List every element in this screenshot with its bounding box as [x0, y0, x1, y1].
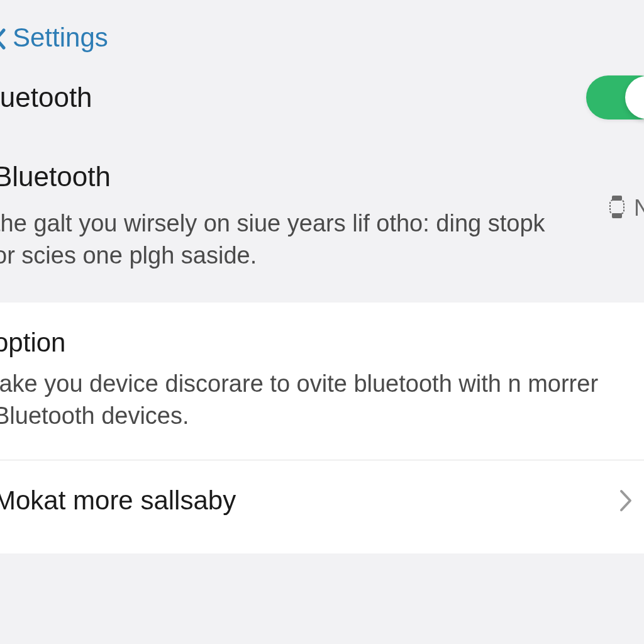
svg-rect-1	[613, 196, 621, 200]
back-button[interactable]: Settings	[0, 23, 644, 53]
svg-rect-2	[613, 214, 621, 218]
bluetooth-toggle-row: luetooth	[0, 70, 644, 150]
bluetooth-toggle-label: luetooth	[0, 82, 92, 113]
more-options-row[interactable]: Mokat more sallsaby	[0, 460, 644, 528]
bluetooth-info-description: the galt you wirsely on siue years lif o…	[0, 208, 560, 272]
watch-badge-text: N	[634, 195, 644, 221]
toggle-knob	[625, 76, 644, 119]
nav-row-label: Mokat more sallsaby	[0, 486, 236, 516]
back-label: Settings	[13, 23, 108, 53]
discoverable-option[interactable]: option lake you device discorare to ovit…	[0, 328, 644, 460]
watch-badge: N	[602, 192, 644, 224]
svg-rect-0	[610, 200, 624, 214]
chevron-right-icon	[619, 489, 633, 513]
watch-icon	[602, 192, 631, 224]
option-description: lake you device discorare to ovite bluet…	[0, 368, 644, 433]
options-section: option lake you device discorare to ovit…	[0, 303, 644, 554]
bluetooth-toggle[interactable]	[586, 75, 644, 119]
bluetooth-info-text: Bluetooth the galt you wirsely on siue y…	[0, 161, 602, 272]
option-title: option	[0, 328, 644, 358]
header: Settings	[0, 0, 644, 70]
bluetooth-info-title: Bluetooth	[0, 161, 602, 192]
chevron-left-icon	[0, 26, 6, 49]
bluetooth-info-section: Bluetooth the galt you wirsely on siue y…	[0, 150, 644, 303]
